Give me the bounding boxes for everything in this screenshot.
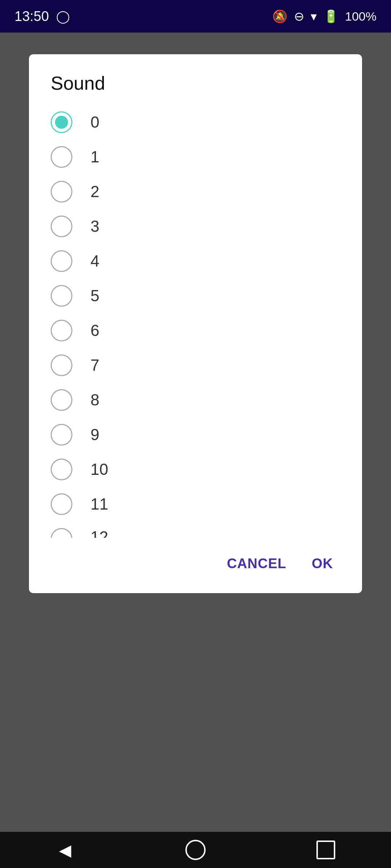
list-item[interactable]: 8 xyxy=(51,383,340,417)
radio-button-4[interactable] xyxy=(51,250,72,272)
radio-label-12: 12 xyxy=(91,528,108,538)
list-item[interactable]: 7 xyxy=(51,348,340,383)
list-item[interactable]: 0 xyxy=(51,105,340,140)
radio-button-10[interactable] xyxy=(51,459,72,480)
radio-list: 0 1 2 3 4 5 6 7 xyxy=(51,105,340,538)
radio-label-11: 11 xyxy=(91,495,108,513)
list-item[interactable]: 1 xyxy=(51,140,340,174)
dialog-actions: CANCEL OK xyxy=(51,541,340,579)
list-item[interactable]: 2 xyxy=(51,174,340,209)
list-item[interactable]: 12 xyxy=(51,522,340,538)
bottom-nav xyxy=(0,832,391,868)
radio-button-9[interactable] xyxy=(51,424,72,446)
radio-button-7[interactable] xyxy=(51,354,72,376)
status-bar: 13:50 ◯ 🔕 ⊖ ▾ 🔋 100% xyxy=(0,0,391,33)
ok-button[interactable]: OK xyxy=(304,549,340,579)
list-item[interactable]: 6 xyxy=(51,313,340,348)
radio-button-0[interactable] xyxy=(51,111,72,133)
list-item[interactable]: 3 xyxy=(51,209,340,244)
status-time: 13:50 xyxy=(14,9,49,24)
battery-percent: 100% xyxy=(345,9,377,24)
list-item[interactable]: 11 xyxy=(51,487,340,522)
list-item[interactable]: 9 xyxy=(51,417,340,452)
recent-button[interactable] xyxy=(311,835,340,864)
battery-icon: 🔋 xyxy=(323,9,339,24)
sound-dialog: Sound 0 1 2 3 4 5 6 xyxy=(29,54,362,593)
radio-button-12[interactable] xyxy=(51,528,72,538)
radio-button-1[interactable] xyxy=(51,146,72,168)
radio-label-6: 6 xyxy=(91,322,99,340)
media-icon: ◯ xyxy=(56,9,70,24)
radio-label-3: 3 xyxy=(91,217,99,235)
radio-label-5: 5 xyxy=(91,287,99,305)
radio-button-8[interactable] xyxy=(51,389,72,411)
mute-icon: 🔕 xyxy=(272,9,287,24)
radio-label-0: 0 xyxy=(91,113,99,131)
wifi-icon: ▾ xyxy=(311,9,317,24)
radio-button-11[interactable] xyxy=(51,493,72,515)
radio-label-9: 9 xyxy=(91,426,99,444)
radio-button-6[interactable] xyxy=(51,320,72,341)
radio-button-3[interactable] xyxy=(51,216,72,237)
dialog-title: Sound xyxy=(51,72,340,94)
list-item[interactable]: 4 xyxy=(51,244,340,278)
list-item[interactable]: 10 xyxy=(51,452,340,487)
cancel-button[interactable]: CANCEL xyxy=(220,549,294,579)
radio-label-4: 4 xyxy=(91,252,99,270)
list-item[interactable]: 5 xyxy=(51,278,340,313)
radio-label-1: 1 xyxy=(91,148,99,166)
radio-label-2: 2 xyxy=(91,183,99,201)
status-left: 13:50 ◯ xyxy=(14,9,70,24)
status-right: 🔕 ⊖ ▾ 🔋 100% xyxy=(272,9,377,24)
dnd-icon: ⊖ xyxy=(294,9,304,24)
radio-label-10: 10 xyxy=(91,460,108,478)
home-button[interactable] xyxy=(181,835,210,864)
radio-button-2[interactable] xyxy=(51,181,72,203)
radio-label-8: 8 xyxy=(91,391,99,409)
radio-label-7: 7 xyxy=(91,356,99,374)
back-button[interactable] xyxy=(51,835,80,864)
radio-button-5[interactable] xyxy=(51,285,72,307)
